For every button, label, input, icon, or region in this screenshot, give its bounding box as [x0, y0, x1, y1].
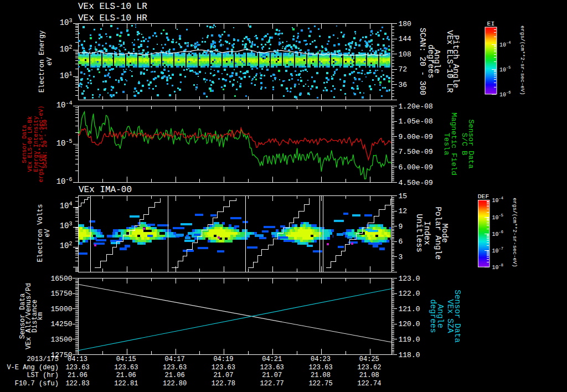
svg-text:04:19: 04:19	[213, 355, 233, 363]
svg-text:VEx SZA: VEx SZA	[446, 300, 455, 333]
svg-text:119.0: 119.0	[399, 336, 420, 344]
svg-text:21.06: 21.06	[165, 372, 185, 379]
svg-text:04:13: 04:13	[68, 355, 87, 363]
svg-text:1.20e-08: 1.20e-08	[399, 102, 433, 111]
svg-text:Unitless: Unitless	[415, 214, 424, 252]
svg-text:21.08: 21.08	[359, 372, 379, 379]
svg-text:21.06: 21.06	[116, 372, 136, 379]
svg-text:72: 72	[399, 65, 408, 74]
svg-text:VEx ELS-10 HR: VEx ELS-10 HR	[78, 13, 147, 23]
svg-text:7.50e-09: 7.50e-09	[399, 148, 433, 156]
svg-text:V-E Ang (deg): V-E Ang (deg)	[7, 364, 59, 372]
svg-text:123.62: 123.62	[357, 364, 381, 372]
svg-text:04:23: 04:23	[311, 355, 331, 363]
svg-text:VEx ELS-10 LR: VEx ELS-10 LR	[78, 2, 147, 12]
svg-text:9.00e-09: 9.00e-09	[399, 133, 433, 141]
svg-text:km: km	[37, 312, 44, 320]
svg-text:123.63: 123.63	[212, 364, 235, 372]
svg-text:16500: 16500	[50, 275, 72, 283]
svg-text:VEx IMA-00: VEx IMA-00	[79, 185, 132, 195]
svg-text:122.75: 122.75	[308, 380, 332, 388]
svg-text:6.00e-09: 6.00e-09	[399, 163, 433, 172]
svg-text:123.63: 123.63	[114, 364, 138, 372]
svg-text:120.0: 120.0	[399, 320, 420, 328]
svg-text:SCAN: 20 - 150: SCAN: 20 - 150	[42, 120, 48, 168]
svg-text:21.06: 21.06	[68, 372, 87, 379]
svg-text:S/C B: S/C B	[460, 133, 468, 156]
svg-text:21.07: 21.07	[213, 372, 233, 379]
svg-text:36: 36	[399, 81, 408, 89]
svg-text:123.63: 123.63	[65, 364, 89, 372]
svg-text:SCAN: 20 - 300: SCAN: 20 - 300	[418, 28, 427, 95]
svg-text:ergs/(cm**2-sr-sec-eV): ergs/(cm**2-sr-sec-eV)	[512, 198, 518, 267]
svg-text:122.77: 122.77	[260, 380, 284, 388]
svg-text:144: 144	[399, 35, 412, 43]
svg-text:04:15: 04:15	[116, 355, 136, 363]
svg-text:F10.7 (sfu): F10.7 (sfu)	[15, 380, 59, 388]
svg-text:180: 180	[399, 20, 411, 28]
svg-text:108: 108	[399, 50, 411, 59]
svg-text:122.81: 122.81	[114, 380, 138, 388]
svg-text:122.83: 122.83	[65, 380, 89, 388]
svg-text:eV: eV	[46, 57, 54, 66]
svg-text:15750: 15750	[50, 290, 72, 298]
svg-text:eV: eV	[44, 229, 51, 238]
svg-text:13500: 13500	[50, 336, 72, 344]
svg-text:DEF: DEF	[478, 193, 489, 200]
svg-text:EI: EI	[487, 20, 495, 27]
svg-text:Tesla: Tesla	[442, 133, 451, 156]
svg-text:122.78: 122.78	[212, 380, 235, 388]
svg-text:04:17: 04:17	[165, 355, 185, 363]
svg-text:118.0: 118.0	[399, 351, 420, 359]
svg-text:15000: 15000	[50, 305, 72, 313]
svg-text:VEx ELS-10 LR: VEx ELS-10 LR	[445, 30, 454, 92]
svg-text:15: 15	[399, 192, 408, 200]
svg-text:123.63: 123.63	[163, 364, 187, 372]
svg-text:121.0: 121.0	[399, 305, 420, 313]
svg-text:21.08: 21.08	[311, 372, 331, 379]
svg-text:1.05e-08: 1.05e-08	[399, 117, 433, 126]
svg-text:6: 6	[399, 238, 403, 246]
svg-text:21.07: 21.07	[262, 372, 282, 379]
svg-text:123.0: 123.0	[399, 275, 420, 283]
svg-text:14250: 14250	[50, 320, 72, 328]
svg-text:3: 3	[399, 253, 403, 261]
svg-text:04:25: 04:25	[359, 355, 379, 363]
svg-text:2013/175: 2013/175	[27, 355, 59, 363]
svg-text:122.80: 122.80	[163, 380, 187, 388]
svg-text:Electron Energy: Electron Energy	[38, 30, 46, 92]
svg-text:123.63: 123.63	[308, 364, 332, 372]
svg-text:123.63: 123.63	[260, 364, 284, 372]
svg-text:ergs/(cm**2-sr-sec-eV): ergs/(cm**2-sr-sec-eV)	[519, 25, 525, 95]
svg-text:122.0: 122.0	[399, 290, 420, 298]
svg-text:4.50e-09: 4.50e-09	[399, 179, 433, 187]
svg-text:Polar Angle: Polar Angle	[434, 207, 442, 260]
svg-text:12: 12	[399, 207, 408, 215]
svg-text:LST (hr): LST (hr)	[27, 372, 59, 379]
svg-text:122.74: 122.74	[357, 380, 381, 388]
svg-text:9: 9	[399, 223, 403, 231]
svg-text:04:21: 04:21	[262, 355, 282, 363]
svg-text:degrees: degrees	[429, 300, 437, 333]
